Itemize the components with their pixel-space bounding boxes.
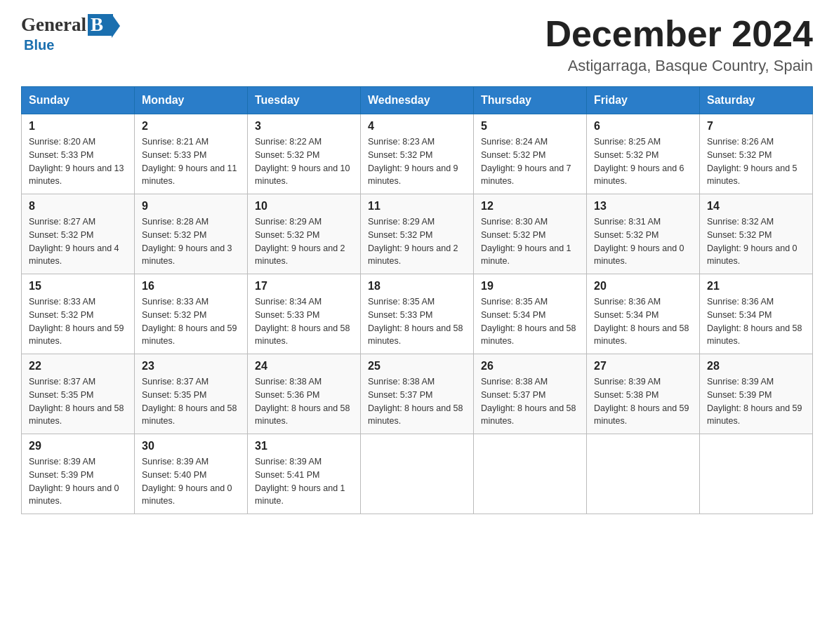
day-number: 5 [481,120,579,133]
day-number: 15 [29,280,127,293]
calendar-cell: 25Sunrise: 8:38 AMSunset: 5:37 PMDayligh… [361,354,474,434]
day-info: Sunrise: 8:30 AMSunset: 5:32 PMDaylight:… [481,215,579,268]
day-number: 31 [255,440,353,452]
day-number: 4 [368,120,466,133]
calendar-cell: 24Sunrise: 8:38 AMSunset: 5:36 PMDayligh… [248,354,361,434]
week-row-5: 29Sunrise: 8:39 AMSunset: 5:39 PMDayligh… [22,434,813,514]
day-info: Sunrise: 8:34 AMSunset: 5:33 PMDaylight:… [255,295,353,348]
calendar-cell: 16Sunrise: 8:33 AMSunset: 5:32 PMDayligh… [135,274,248,354]
day-info: Sunrise: 8:20 AMSunset: 5:33 PMDaylight:… [29,135,127,188]
calendar-cell: 11Sunrise: 8:29 AMSunset: 5:32 PMDayligh… [361,194,474,274]
calendar-cell [361,434,474,514]
day-info: Sunrise: 8:35 AMSunset: 5:34 PMDaylight:… [481,295,579,348]
day-number: 22 [29,360,127,373]
day-number: 29 [29,440,127,452]
day-info: Sunrise: 8:36 AMSunset: 5:34 PMDaylight:… [707,295,805,348]
day-number: 28 [707,360,805,373]
calendar-cell: 17Sunrise: 8:34 AMSunset: 5:33 PMDayligh… [248,274,361,354]
day-number: 24 [255,360,353,373]
day-info: Sunrise: 8:29 AMSunset: 5:32 PMDaylight:… [255,215,353,268]
day-info: Sunrise: 8:21 AMSunset: 5:33 PMDaylight:… [142,135,240,188]
calendar-cell: 4Sunrise: 8:23 AMSunset: 5:32 PMDaylight… [361,114,474,194]
day-info: Sunrise: 8:25 AMSunset: 5:32 PMDaylight:… [594,135,692,188]
day-number: 21 [707,280,805,293]
calendar-cell: 6Sunrise: 8:25 AMSunset: 5:32 PMDaylight… [587,114,700,194]
day-info: Sunrise: 8:35 AMSunset: 5:33 PMDaylight:… [368,295,466,348]
calendar-cell: 3Sunrise: 8:22 AMSunset: 5:32 PMDaylight… [248,114,361,194]
week-row-2: 8Sunrise: 8:27 AMSunset: 5:32 PMDaylight… [22,194,813,274]
day-number: 25 [368,360,466,373]
day-number: 14 [707,200,805,213]
day-info: Sunrise: 8:31 AMSunset: 5:32 PMDaylight:… [594,215,692,268]
day-number: 17 [255,280,353,293]
day-info: Sunrise: 8:33 AMSunset: 5:32 PMDaylight:… [29,295,127,348]
week-row-4: 22Sunrise: 8:37 AMSunset: 5:35 PMDayligh… [22,354,813,434]
calendar-cell: 28Sunrise: 8:39 AMSunset: 5:39 PMDayligh… [700,354,813,434]
day-info: Sunrise: 8:24 AMSunset: 5:32 PMDaylight:… [481,135,579,188]
logo-general-text: General [21,14,86,36]
calendar-cell: 8Sunrise: 8:27 AMSunset: 5:32 PMDaylight… [22,194,135,274]
day-info: Sunrise: 8:39 AMSunset: 5:39 PMDaylight:… [707,375,805,428]
day-info: Sunrise: 8:38 AMSunset: 5:37 PMDaylight:… [368,375,466,428]
header-thursday: Thursday [474,87,587,114]
header-wednesday: Wednesday [361,87,474,114]
day-number: 12 [481,200,579,213]
day-number: 9 [142,200,240,213]
calendar-cell: 27Sunrise: 8:39 AMSunset: 5:38 PMDayligh… [587,354,700,434]
day-number: 1 [29,120,127,133]
header-monday: Monday [135,87,248,114]
calendar-cell: 26Sunrise: 8:38 AMSunset: 5:37 PMDayligh… [474,354,587,434]
day-info: Sunrise: 8:36 AMSunset: 5:34 PMDaylight:… [594,295,692,348]
calendar-cell: 23Sunrise: 8:37 AMSunset: 5:35 PMDayligh… [135,354,248,434]
day-info: Sunrise: 8:22 AMSunset: 5:32 PMDaylight:… [255,135,353,188]
day-info: Sunrise: 8:26 AMSunset: 5:32 PMDaylight:… [707,135,805,188]
calendar-cell: 29Sunrise: 8:39 AMSunset: 5:39 PMDayligh… [22,434,135,514]
calendar-month-year: December 2024 [545,14,813,54]
day-info: Sunrise: 8:39 AMSunset: 5:40 PMDaylight:… [142,455,240,508]
logo-blue-bg: B [88,14,113,36]
header-tuesday: Tuesday [248,87,361,114]
day-info: Sunrise: 8:29 AMSunset: 5:32 PMDaylight:… [368,215,466,268]
day-info: Sunrise: 8:39 AMSunset: 5:41 PMDaylight:… [255,455,353,508]
calendar-cell: 18Sunrise: 8:35 AMSunset: 5:33 PMDayligh… [361,274,474,354]
calendar-cell: 31Sunrise: 8:39 AMSunset: 5:41 PMDayligh… [248,434,361,514]
calendar-cell: 20Sunrise: 8:36 AMSunset: 5:34 PMDayligh… [587,274,700,354]
day-info: Sunrise: 8:27 AMSunset: 5:32 PMDaylight:… [29,215,127,268]
day-info: Sunrise: 8:32 AMSunset: 5:32 PMDaylight:… [707,215,805,268]
day-number: 8 [29,200,127,213]
calendar-cell: 9Sunrise: 8:28 AMSunset: 5:32 PMDaylight… [135,194,248,274]
day-info: Sunrise: 8:23 AMSunset: 5:32 PMDaylight:… [368,135,466,188]
day-number: 16 [142,280,240,293]
calendar-header-row: SundayMondayTuesdayWednesdayThursdayFrid… [22,87,813,114]
day-info: Sunrise: 8:37 AMSunset: 5:35 PMDaylight:… [142,375,240,428]
day-number: 10 [255,200,353,213]
day-number: 3 [255,120,353,133]
day-number: 20 [594,280,692,293]
day-info: Sunrise: 8:38 AMSunset: 5:37 PMDaylight:… [481,375,579,428]
calendar-cell: 14Sunrise: 8:32 AMSunset: 5:32 PMDayligh… [700,194,813,274]
calendar-cell [700,434,813,514]
calendar-cell: 22Sunrise: 8:37 AMSunset: 5:35 PMDayligh… [22,354,135,434]
day-number: 2 [142,120,240,133]
day-number: 13 [594,200,692,213]
header-friday: Friday [587,87,700,114]
header-saturday: Saturday [700,87,813,114]
day-info: Sunrise: 8:39 AMSunset: 5:39 PMDaylight:… [29,455,127,508]
day-number: 27 [594,360,692,373]
day-number: 19 [481,280,579,293]
calendar-cell: 12Sunrise: 8:30 AMSunset: 5:32 PMDayligh… [474,194,587,274]
calendar-location: Astigarraga, Basque Country, Spain [545,57,813,75]
calendar-cell [587,434,700,514]
calendar-cell: 2Sunrise: 8:21 AMSunset: 5:33 PMDaylight… [135,114,248,194]
logo-blue-text: Blue [24,37,54,53]
calendar-cell: 10Sunrise: 8:29 AMSunset: 5:32 PMDayligh… [248,194,361,274]
calendar-cell: 15Sunrise: 8:33 AMSunset: 5:32 PMDayligh… [22,274,135,354]
logo: General B Blue [21,14,113,53]
calendar-cell: 30Sunrise: 8:39 AMSunset: 5:40 PMDayligh… [135,434,248,514]
calendar-table: SundayMondayTuesdayWednesdayThursdayFrid… [21,86,813,514]
day-number: 18 [368,280,466,293]
day-number: 7 [707,120,805,133]
calendar-cell: 13Sunrise: 8:31 AMSunset: 5:32 PMDayligh… [587,194,700,274]
day-info: Sunrise: 8:39 AMSunset: 5:38 PMDaylight:… [594,375,692,428]
calendar-cell: 1Sunrise: 8:20 AMSunset: 5:33 PMDaylight… [22,114,135,194]
